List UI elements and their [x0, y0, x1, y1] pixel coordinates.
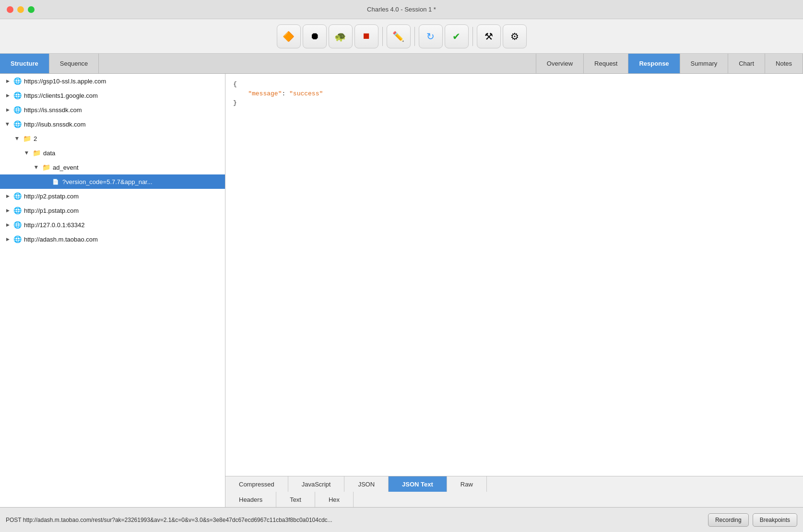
arrow-icon: ▶ [4, 207, 12, 214]
tab-raw[interactable]: Raw [447, 476, 487, 492]
tree-item-p2[interactable]: ▶ 🌐 http://p2.pstatp.com [0, 189, 225, 203]
globe-icon: 🌐 [12, 91, 22, 100]
tree-item-apple[interactable]: ▶ 🌐 https://gsp10-ssl.ls.apple.com [0, 74, 225, 88]
tree-item-version-file[interactable]: ▶ 📄 ?version_code=5.7.7&app_nar... [0, 174, 225, 189]
toolbar: 🔶 ⏺ 🐢 ⏹ ✏️ ↻ ✔ ⚒ ⚙ [0, 19, 803, 54]
tab-overview[interactable]: Overview [536, 54, 584, 73]
refresh-button[interactable]: ↻ [419, 24, 443, 48]
arrow-icon: ▶ [4, 106, 12, 114]
compose-button[interactable]: ✏️ [387, 24, 411, 48]
settings-button[interactable]: ⚙ [503, 24, 527, 48]
json-open-brace: { [233, 80, 795, 89]
tree-item-google[interactable]: ▶ 🌐 https://clients1.google.com [0, 88, 225, 103]
minimize-button[interactable] [17, 6, 24, 13]
globe-icon: 🌐 [12, 191, 22, 201]
tab-hex[interactable]: Hex [315, 492, 354, 507]
right-bottom-tabs: Compressed JavaScript JSON JSON Text Raw [225, 476, 803, 507]
tree-item-localhost[interactable]: ▶ 🌐 http://127.0.0.1:63342 [0, 218, 225, 232]
tree-item-folder-data[interactable]: ▶ 📁 data [0, 146, 225, 160]
json-value: "success" [285, 90, 323, 97]
tree-item-isub[interactable]: ▶ 🌐 http://isub.snssdk.com [0, 117, 225, 131]
json-close-brace: } [233, 98, 795, 108]
tab-row1-spacer [487, 476, 803, 492]
tools-button[interactable]: ⚒ [477, 24, 501, 48]
close-button[interactable] [7, 6, 13, 13]
tab-row2-spacer [354, 492, 803, 507]
arrow-icon: ▶ [4, 192, 12, 200]
right-tab-row-2: Headers Text Hex [225, 492, 803, 507]
folder-icon: 📁 [41, 162, 51, 172]
right-tab-row-1: Compressed JavaScript JSON JSON Text Raw [225, 476, 803, 492]
tab-json-text[interactable]: JSON Text [389, 476, 447, 492]
globe-icon: 🌐 [12, 220, 22, 230]
left-panel: ▶ 🌐 https://gsp10-ssl.ls.apple.com ▶ 🌐 h… [0, 74, 225, 507]
arrow-icon: ▶ [4, 235, 12, 243]
tab-structure[interactable]: Structure [0, 54, 49, 73]
toolbar-separator-2 [414, 27, 415, 46]
recording-button[interactable]: Recording [708, 513, 749, 527]
arrow-icon: ▶ [4, 92, 12, 99]
tab-compressed[interactable]: Compressed [225, 476, 288, 492]
tab-spacer [99, 54, 536, 73]
main-content: ▶ 🌐 https://gsp10-ssl.ls.apple.com ▶ 🌐 h… [0, 74, 803, 507]
tab-response[interactable]: Response [628, 54, 680, 73]
check-button[interactable]: ✔ [445, 24, 469, 48]
arrow-icon: ▶ [4, 120, 12, 128]
tab-request[interactable]: Request [584, 54, 628, 73]
arrow-tool-button[interactable]: 🔶 [277, 24, 301, 48]
arrow-icon: ▶ [4, 77, 12, 85]
json-key: "message" [248, 90, 282, 97]
right-panel: { "message": "success" } Compressed Java… [225, 74, 803, 507]
window-controls [7, 6, 35, 13]
tab-notes[interactable]: Notes [765, 54, 803, 73]
breakpoints-button[interactable]: Breakpoints [753, 513, 797, 527]
tab-bar: Structure Sequence Overview Request Resp… [0, 54, 803, 74]
maximize-button[interactable] [28, 6, 35, 13]
tab-chart[interactable]: Chart [728, 54, 765, 73]
statusbar-text: POST http://adash.m.taobao.com/rest/sur?… [6, 517, 704, 523]
statusbar: POST http://adash.m.taobao.com/rest/sur?… [0, 507, 803, 532]
folder-icon: 📁 [32, 148, 41, 158]
tree-item-folder-ad-event[interactable]: ▶ 📁 ad_event [0, 160, 225, 174]
arrow-icon: ▶ [23, 149, 31, 157]
titlebar: Charles 4.0 - Session 1 * [0, 0, 803, 19]
tree-item-folder2[interactable]: ▶ 📁 2 [0, 131, 225, 146]
json-message-line: "message": "success" [233, 89, 795, 99]
throttle-button[interactable]: 🐢 [329, 24, 353, 48]
folder-icon: 📁 [22, 134, 32, 143]
tab-javascript[interactable]: JavaScript [288, 476, 345, 492]
globe-icon: 🌐 [12, 105, 22, 115]
window-title: Charles 4.0 - Session 1 * [367, 6, 436, 13]
toolbar-separator-1 [382, 27, 383, 46]
globe-icon: 🌐 [12, 119, 22, 129]
globe-icon: 🌐 [12, 206, 22, 215]
tab-json[interactable]: JSON [344, 476, 389, 492]
arrow-icon: ▶ [33, 163, 40, 171]
arrow-icon: ▶ [13, 135, 21, 142]
tree-item-adash[interactable]: ▶ 🌐 http://adash.m.taobao.com [0, 232, 225, 246]
toolbar-separator-3 [472, 27, 473, 46]
tab-headers[interactable]: Headers [225, 492, 276, 507]
tab-text[interactable]: Text [276, 492, 315, 507]
file-icon: 📄 [51, 177, 60, 186]
record-button[interactable]: ⏺ [303, 24, 327, 48]
tab-sequence[interactable]: Sequence [49, 54, 99, 73]
tab-summary[interactable]: Summary [680, 54, 729, 73]
response-code-area[interactable]: { "message": "success" } [225, 74, 803, 476]
tree-item-p1[interactable]: ▶ 🌐 http://p1.pstatp.com [0, 203, 225, 218]
tree-item-snssdk[interactable]: ▶ 🌐 https://is.snssdk.com [0, 103, 225, 117]
globe-icon: 🌐 [12, 234, 22, 244]
globe-icon: 🌐 [12, 76, 22, 86]
arrow-icon: ▶ [4, 221, 12, 229]
stop-button[interactable]: ⏹ [354, 24, 378, 48]
